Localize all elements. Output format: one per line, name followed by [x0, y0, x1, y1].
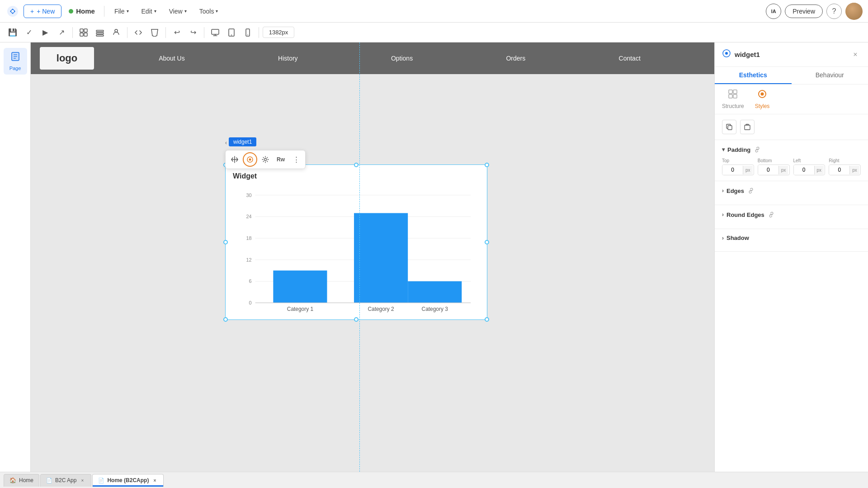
b2c-tab-close[interactable]: × [79, 477, 85, 483]
layers-button[interactable] [93, 25, 107, 40]
data-button[interactable] [109, 25, 123, 40]
menu-view[interactable]: View▾ [165, 5, 191, 18]
shadow-header[interactable]: › Shadow [722, 235, 861, 241]
menu-tools[interactable]: Tools▾ [195, 5, 223, 18]
new-label: + New [37, 8, 55, 15]
more-tool[interactable]: ⋮ [289, 152, 303, 167]
svg-text:Category 1: Category 1 [287, 306, 314, 312]
panel-title-text: widget1 [735, 51, 760, 58]
home-label: Home [76, 7, 95, 15]
padding-top-field[interactable] [722, 165, 743, 175]
shadow-title: › Shadow [722, 235, 749, 241]
play-button[interactable]: ▶ [38, 25, 52, 40]
tab-home-b2capp[interactable]: 📄 Home (B2CApp) × [92, 474, 164, 487]
nav-contact[interactable]: Contact [619, 55, 641, 62]
home-b2c-close[interactable]: × [151, 477, 158, 483]
svg-rect-3 [84, 29, 87, 32]
toolbar-sep-5 [259, 27, 259, 38]
chevron-right-icon-2: › [722, 211, 724, 218]
padding-header[interactable]: ▾ Padding [722, 145, 861, 154]
edges-header[interactable]: › Edges [722, 187, 861, 195]
nav-orders[interactable]: Orders [506, 55, 525, 62]
toolbar: 💾 ✓ ▶ ↗ ↩ ↪ 1382px [0, 23, 868, 42]
redo-button[interactable]: ↪ [186, 25, 200, 40]
home-indicator: Home [65, 7, 99, 15]
widget-label[interactable]: widget1 [229, 137, 256, 146]
subtab-styles[interactable]: Styles [755, 89, 770, 109]
right-panel: widget1 × Esthetics Behaviour Structure [714, 42, 868, 472]
undo-button[interactable]: ↩ [170, 25, 184, 40]
panel-close-button[interactable]: × [850, 49, 861, 60]
app-logo[interactable] [5, 4, 20, 19]
handle-bl[interactable] [223, 317, 228, 322]
nav-about[interactable]: About Us [159, 55, 185, 62]
width-display: 1382px [263, 27, 294, 38]
sub-tabs: Structure Styles [715, 84, 868, 114]
move-tool[interactable] [227, 152, 242, 167]
padding-left-field[interactable] [794, 165, 814, 175]
menu-file[interactable]: File▾ [110, 5, 133, 18]
svg-rect-5 [84, 33, 87, 36]
padding-bottom-field[interactable] [758, 165, 778, 175]
svg-point-1 [11, 10, 14, 13]
new-button[interactable]: + + New [24, 5, 61, 18]
shadow-section: › Shadow [715, 229, 868, 252]
svg-point-12 [231, 34, 232, 35]
handle-mr[interactable] [485, 240, 489, 244]
round-edges-header[interactable]: › Round Edges [722, 211, 861, 219]
components-button[interactable] [76, 25, 91, 40]
subtab-structure[interactable]: Structure [722, 89, 744, 109]
b2c-tab-label: B2C App [55, 477, 76, 483]
padding-right: Right px [829, 158, 861, 175]
handle-ml[interactable] [223, 240, 228, 244]
copy-button[interactable] [722, 120, 736, 134]
tablet-button[interactable] [224, 25, 239, 40]
tab-b2c-app[interactable]: 📄 B2C App × [40, 474, 91, 487]
help-button[interactable]: ? [826, 4, 842, 19]
export-button[interactable]: ↗ [54, 25, 69, 40]
page-logo: logo [40, 47, 94, 70]
link-icon-padding [753, 145, 761, 154]
ia-button[interactable]: IA [766, 4, 781, 19]
handle-tc[interactable] [354, 163, 359, 167]
svg-point-21 [249, 159, 251, 161]
rx-tool[interactable]: Rw [274, 152, 288, 167]
style-tool[interactable] [243, 152, 257, 167]
tab-home[interactable]: 🏠 Home [4, 474, 39, 487]
toolbar-sep-2 [127, 27, 127, 38]
svg-rect-8 [96, 35, 104, 36]
preview-button[interactable]: Preview [785, 5, 823, 18]
padding-right-field[interactable] [829, 165, 849, 175]
widget-container: Widget 0 6 [225, 164, 487, 320]
user-avatar[interactable] [845, 3, 863, 20]
handle-br[interactable] [485, 317, 489, 322]
tab-behaviour[interactable]: Behaviour [792, 67, 868, 84]
home-dot [69, 9, 73, 14]
save-button[interactable]: 💾 [5, 25, 20, 40]
menu-edit[interactable]: Edit▾ [137, 5, 161, 18]
settings-tool[interactable] [258, 152, 273, 167]
html-button[interactable] [147, 25, 162, 40]
sidebar-item-page[interactable]: Page [4, 48, 27, 75]
svg-text:0: 0 [249, 300, 252, 305]
mobile-button[interactable] [241, 25, 255, 40]
chevron-right-icon-3: › [722, 235, 724, 241]
code-button[interactable] [131, 25, 146, 40]
nav-options[interactable]: Options [391, 55, 413, 62]
panel-tabs: Esthetics Behaviour [715, 67, 868, 84]
page-header: logo About Us History Options Orders Con… [31, 42, 714, 74]
paste-button[interactable] [740, 120, 755, 134]
tab-esthetics[interactable]: Esthetics [715, 67, 792, 84]
svg-rect-7 [96, 33, 104, 34]
home-b2c-label: Home (B2CApp) [107, 477, 149, 483]
link-icon-edges [747, 187, 755, 195]
svg-text:12: 12 [246, 257, 252, 263]
handle-bc[interactable] [354, 317, 359, 322]
home-b2c-icon: 📄 [98, 478, 104, 483]
handle-tr[interactable] [485, 163, 489, 167]
nav-history[interactable]: History [278, 55, 298, 62]
check-button[interactable]: ✓ [22, 25, 36, 40]
desktop-button[interactable] [208, 25, 222, 40]
panel-header: widget1 × [715, 42, 868, 67]
chart-area: 0 6 12 18 24 30 [233, 186, 480, 312]
